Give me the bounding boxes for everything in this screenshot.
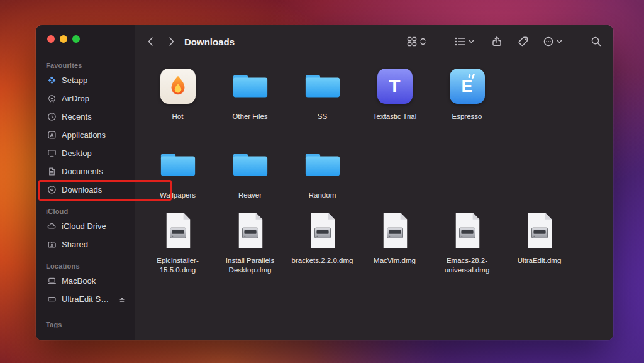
file-hot[interactable]: Hot [142, 65, 214, 121]
sidebar-item-downloads[interactable]: Downloads [41, 181, 130, 199]
traffic-lights [41, 35, 130, 43]
sidebar-item-airdrop[interactable]: AirDrop [41, 89, 130, 108]
sidebar-item-label: UltraEdit S… [62, 294, 109, 304]
sidebar-item-label: Setapp [62, 75, 87, 85]
folder-icon [231, 65, 270, 107]
sidebar-item-label: Applications [62, 130, 106, 140]
file-label: Reaver [238, 191, 262, 200]
shared-icon [46, 240, 57, 249]
applications-icon [46, 130, 57, 140]
sidebar-section-icloud: iCloud [46, 208, 130, 215]
steam-decoration [471, 74, 475, 79]
dmg-file-icon [379, 209, 411, 251]
file-label: Wallpapers [160, 191, 196, 200]
tag-icon [518, 36, 529, 47]
file-label: Emacs-28.2-universal.dmg [434, 256, 501, 274]
share-button[interactable] [491, 36, 502, 47]
file-ss[interactable]: SS [286, 65, 358, 121]
eject-icon[interactable] [118, 296, 126, 303]
dmg-file-icon [162, 209, 194, 251]
grid-row: Hot Other Files SS T [142, 65, 613, 121]
grid-row: Wallpapers Reaver Random [142, 144, 613, 200]
chevron-down-icon [556, 38, 563, 45]
file-label: brackets.2.2.0.dmg [292, 256, 353, 265]
file-label: Textastic Trial [373, 112, 417, 121]
recents-icon [46, 112, 57, 121]
sidebar-item-label: Recents [62, 112, 92, 121]
textastic-app-icon: T [377, 69, 413, 104]
file-wallpapers[interactable]: Wallpapers [142, 144, 214, 200]
window-title: Downloads [184, 36, 235, 47]
search-icon [591, 36, 602, 47]
dmg-file-icon [452, 209, 483, 251]
airdrop-icon [46, 94, 57, 103]
sidebar-item-label: MacBook [62, 276, 96, 286]
app-glyph: T [389, 77, 400, 96]
finder-window: Favourites Setapp AirDrop Recents Applic… [36, 25, 613, 340]
file-textastic[interactable]: T Textastic Trial [358, 65, 431, 121]
main-pane: Downloads [135, 25, 613, 340]
tags-button[interactable] [518, 36, 529, 47]
sidebar-section-tags: Tags [46, 321, 130, 328]
group-button[interactable] [454, 36, 475, 47]
grid-row: EpicInstaller-15.5.0.dmg Install Paralle… [142, 209, 613, 274]
folder-icon [303, 65, 342, 107]
sidebar-item-ultraedit-disk[interactable]: UltraEdit S… [41, 290, 130, 308]
dmg-file-icon [235, 209, 266, 251]
sidebar-item-label: Documents [62, 167, 103, 176]
share-icon [491, 36, 502, 47]
sidebar-item-label: Downloads [62, 185, 102, 194]
dmg-file-icon [307, 209, 338, 251]
file-random[interactable]: Random [286, 144, 358, 200]
sidebar-item-label: AirDrop [62, 94, 89, 103]
sidebar-item-recents[interactable]: Recents [41, 108, 130, 126]
macbook-icon [46, 276, 57, 286]
more-actions-button[interactable] [543, 36, 563, 47]
dmg-file-icon [524, 209, 555, 251]
file-reaver[interactable]: Reaver [214, 144, 286, 200]
sidebar-item-documents[interactable]: Documents [41, 162, 130, 181]
sidebar-item-label: Shared [62, 240, 88, 249]
search-button[interactable] [591, 36, 602, 47]
back-button[interactable] [147, 36, 154, 47]
forward-button[interactable] [168, 36, 175, 47]
minimize-button[interactable] [60, 35, 67, 43]
folder-icon [303, 144, 342, 186]
file-espresso[interactable]: E Espresso [431, 65, 503, 121]
sidebar-item-shared[interactable]: Shared [41, 235, 130, 254]
sidebar-item-icloud-drive[interactable]: iCloud Drive [41, 217, 130, 235]
file-label: SS [318, 112, 327, 121]
sidebar-section-favourites: Favourites [46, 62, 130, 69]
file-brackets-dmg[interactable]: brackets.2.2.0.dmg [286, 209, 358, 274]
file-ultraedit-dmg[interactable]: UltraEdit.dmg [503, 209, 575, 274]
hot-app-icon [160, 69, 196, 104]
file-label: Hot [172, 112, 184, 121]
file-label: UltraEdit.dmg [518, 256, 562, 265]
close-button[interactable] [47, 35, 55, 43]
more-ellipsis-icon [543, 36, 554, 47]
view-options-button[interactable] [406, 36, 426, 47]
sidebar-item-macbook[interactable]: MacBook [41, 272, 130, 290]
group-rows-icon [454, 36, 466, 47]
toolbar: Downloads [135, 25, 613, 58]
file-label: Espresso [452, 112, 482, 121]
maximize-button[interactable] [72, 35, 80, 43]
file-macvim-dmg[interactable]: MacVim.dmg [358, 209, 431, 274]
sidebar-item-label: iCloud Drive [62, 221, 106, 231]
downloads-icon [46, 185, 57, 194]
icon-view-grid-icon [406, 36, 418, 47]
file-label: Random [309, 191, 336, 200]
file-epicinstaller-dmg[interactable]: EpicInstaller-15.5.0.dmg [142, 209, 214, 274]
sidebar-item-setapp[interactable]: Setapp [41, 71, 130, 89]
documents-icon [46, 167, 57, 176]
sidebar: Favourites Setapp AirDrop Recents Applic… [36, 25, 135, 340]
external-disk-icon [46, 294, 57, 304]
sidebar-item-applications[interactable]: Applications [41, 126, 130, 144]
file-other-files[interactable]: Other Files [214, 65, 286, 121]
file-parallels-dmg[interactable]: Install Parallels Desktop.dmg [214, 209, 286, 274]
sidebar-section-locations: Locations [46, 262, 130, 270]
sidebar-item-label: Desktop [62, 148, 92, 158]
sidebar-item-desktop[interactable]: Desktop [41, 144, 130, 162]
file-label: MacVim.dmg [374, 256, 416, 265]
file-emacs-dmg[interactable]: Emacs-28.2-universal.dmg [431, 209, 503, 274]
